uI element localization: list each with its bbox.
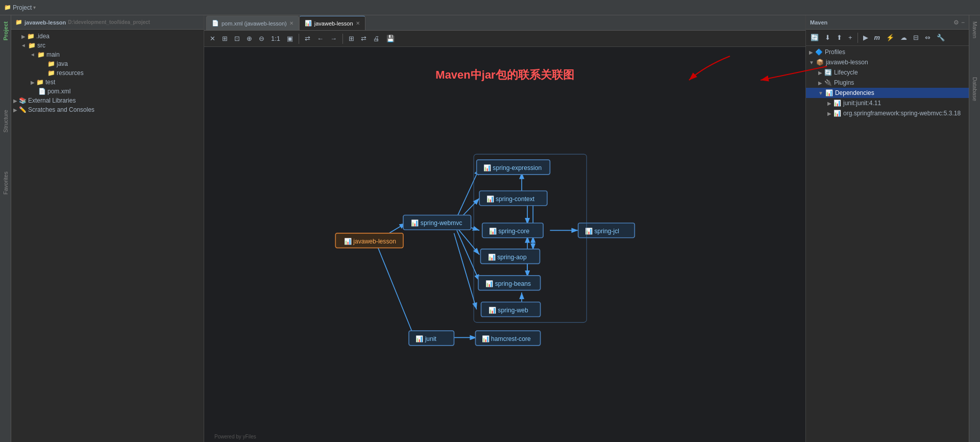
maven-minimize-btn[interactable]: − — [961, 19, 965, 26]
project-root-label: 📁 javaweb-lesson D:\development_tool\ide… — [15, 19, 150, 26]
svg-text:📊 spring-context: 📊 spring-context — [486, 195, 535, 203]
profiles-icon: 🔷 — [815, 48, 823, 56]
tree-item-scratches[interactable]: ▶ ✏️ Scratches and Consoles — [11, 105, 204, 114]
maven-refresh-btn[interactable]: 🔄 — [808, 32, 821, 43]
diag-btn-zoomout[interactable]: ⊖ — [256, 33, 267, 44]
maven-add-btn[interactable]: + — [846, 32, 855, 43]
maven-settings-btn[interactable]: ⚙ — [953, 19, 959, 26]
tree-item-src[interactable]: ▼ 📁 src — [11, 41, 204, 50]
maven-skip-btn[interactable]: ⚡ — [884, 32, 897, 43]
project-icon: 📦 — [816, 59, 824, 66]
diag-btn-fit[interactable]: ▣ — [284, 33, 296, 44]
maven-toolbar: 🔄 ⬇ ⬆ + ▶ m ⚡ ☁ ⊟ ⇔ 🔧 — [806, 30, 969, 46]
svg-text:📊 hamcrest-core: 📊 hamcrest-core — [482, 335, 531, 343]
diagram-tab-close[interactable]: ✕ — [356, 20, 360, 26]
tree-item-idea[interactable]: ▶ 📁 .idea — [11, 32, 204, 41]
maven-profiles[interactable]: ▶ 🔷 Profiles — [806, 47, 969, 57]
junit-dep-label: junit:junit:4.11 — [843, 100, 881, 107]
sidebar-header: 📁 javaweb-lesson D:\development_tool\ide… — [11, 15, 204, 30]
maven-download-btn[interactable]: ⬇ — [822, 32, 833, 43]
maven-m-btn[interactable]: m — [872, 32, 883, 43]
diag-btn-1to1[interactable]: 1:1 — [268, 33, 283, 44]
lifecycle-expand: ▶ — [818, 70, 822, 76]
maven-wrench-btn[interactable]: 🔧 — [934, 32, 947, 43]
test-expand-icon: ▶ — [31, 80, 35, 85]
diag-btn-actual[interactable]: ⊡ — [232, 33, 242, 44]
maven-upload-btn[interactable]: ⬆ — [834, 32, 845, 43]
diag-btn-layout[interactable]: ⇄ — [358, 33, 369, 44]
junit-expand: ▶ — [827, 101, 831, 106]
maven-dependencies[interactable]: ▼ 📊 Dependencies — [806, 88, 969, 98]
maven-plugins[interactable]: ▶ 🔌 Plugins — [806, 78, 969, 88]
scratches-expand-icon: ▶ — [13, 107, 17, 113]
maven-dep-spring[interactable]: ▶ 📊 org.springframework:spring-webmvc:5.… — [806, 108, 969, 118]
diag-btn-export[interactable]: ⇄ — [302, 33, 313, 44]
maven-title: Maven — [810, 19, 827, 26]
structure-tab[interactable]: Structure — [1, 106, 10, 137]
tree-item-pom[interactable]: 📄 pom.xml — [11, 87, 204, 96]
scratches-icon: ✏️ — [19, 106, 27, 113]
maven-project[interactable]: ▼ 📦 javaweb-lesson — [806, 57, 969, 67]
maven-header-buttons: ⚙ − — [953, 19, 965, 26]
maven-edge-tab[interactable]: Maven — [970, 17, 979, 42]
project-tab[interactable]: Project — [1, 17, 10, 44]
svg-text:📊 spring-webmvc: 📊 spring-webmvc — [411, 219, 462, 227]
svg-line-7 — [454, 233, 476, 309]
diag-btn-print[interactable]: 🖨 — [371, 33, 382, 44]
plugins-label: Plugins — [834, 79, 854, 86]
maven-sidebar: Maven ⚙ − 🔄 ⬇ ⬆ + ▶ m ⚡ ☁ ⊟ ⇔ 🔧 ▶ — [805, 15, 969, 442]
project-sidebar: 📁 javaweb-lesson D:\development_tool\ide… — [11, 15, 204, 442]
maven-lifecycle[interactable]: ▶ 🔄 Lifecycle — [806, 67, 969, 78]
lifecycle-label: Lifecycle — [834, 69, 858, 76]
maven-split-btn[interactable]: ⊟ — [911, 32, 921, 43]
diag-btn-right[interactable]: → — [328, 33, 339, 44]
favorites-tab[interactable]: Favorites — [1, 167, 10, 199]
diag-btn-fitpage[interactable]: ⊞ — [219, 33, 230, 44]
diag-btn-left[interactable]: ← — [314, 33, 326, 44]
diag-btn-save[interactable]: 💾 — [384, 33, 397, 44]
junit-dep-icon: 📊 — [834, 100, 841, 107]
dependency-diagram: 📊 javaweb-lesson 📊 spring-webmvc 📊 sprin… — [204, 47, 805, 442]
diag-btn-zoomin[interactable]: ⊕ — [244, 33, 255, 44]
maven-sep — [857, 33, 858, 43]
main-expand-icon: ▼ — [30, 52, 36, 57]
left-edge: Project Structure Favorites — [0, 15, 11, 442]
profiles-label: Profiles — [825, 48, 845, 56]
tree-item-extlib[interactable]: ▶ 📚 External Libraries — [11, 96, 204, 105]
svg-text:📊 spring-core: 📊 spring-core — [489, 227, 529, 235]
tree-item-main[interactable]: ▼ 📁 main — [11, 50, 204, 59]
profiles-expand: ▶ — [809, 50, 813, 55]
maven-header: Maven ⚙ − — [806, 15, 969, 30]
maven-cloud-btn[interactable]: ☁ — [898, 32, 910, 43]
maven-dep-junit[interactable]: ▶ 📊 junit:junit:4.11 — [806, 98, 969, 108]
tab-pom[interactable]: 📄 pom.xml (javaweb-lesson) ✕ — [206, 16, 299, 30]
svg-line-5 — [457, 228, 479, 255]
powered-by-label: Powered by yFiles — [214, 434, 256, 439]
diag-btn-cursor[interactable]: ✕ — [207, 33, 218, 44]
maven-tree: ▶ 🔷 Profiles ▼ 📦 javaweb-lesson ▶ 🔄 Life… — [806, 46, 969, 442]
lifecycle-icon: 🔄 — [824, 69, 832, 76]
deps-label: Dependencies — [835, 89, 874, 96]
diag-sep1 — [299, 34, 299, 44]
spring-dep-label: org.springframework:spring-webmvc:5.3.18 — [843, 110, 961, 117]
svg-text:📊 spring-expression: 📊 spring-expression — [483, 164, 542, 172]
diagram-title: Maven中jar包的联系关联图 — [435, 67, 574, 83]
database-edge-tab[interactable]: Database — [970, 73, 979, 105]
svg-text:📊 spring-web: 📊 spring-web — [488, 306, 528, 314]
tree-item-resources[interactable]: 📁 resources — [11, 68, 204, 78]
project-expand: ▼ — [809, 60, 814, 65]
svg-text:📊 spring-beans: 📊 spring-beans — [485, 280, 531, 288]
pom-tab-close[interactable]: ✕ — [289, 20, 293, 26]
project-label[interactable]: 📁 Project ▾ — [4, 4, 36, 11]
tree-item-java[interactable]: 📁 java — [11, 59, 204, 68]
tab-diagram[interactable]: 📊 javaweb-lesson ✕ — [299, 16, 365, 30]
diag-btn-grid[interactable]: ⊞ — [346, 33, 357, 44]
plugins-icon: 🔌 — [824, 79, 832, 86]
project-dropdown-icon[interactable]: ▾ — [33, 5, 36, 10]
maven-toggle-btn[interactable]: ⇔ — [922, 32, 933, 43]
svg-line-16 — [378, 248, 414, 338]
svg-line-6 — [457, 230, 479, 281]
deps-icon: 📊 — [825, 89, 833, 96]
tree-item-test[interactable]: ▶ 📁 test — [11, 78, 204, 87]
maven-run-btn[interactable]: ▶ — [861, 32, 871, 43]
